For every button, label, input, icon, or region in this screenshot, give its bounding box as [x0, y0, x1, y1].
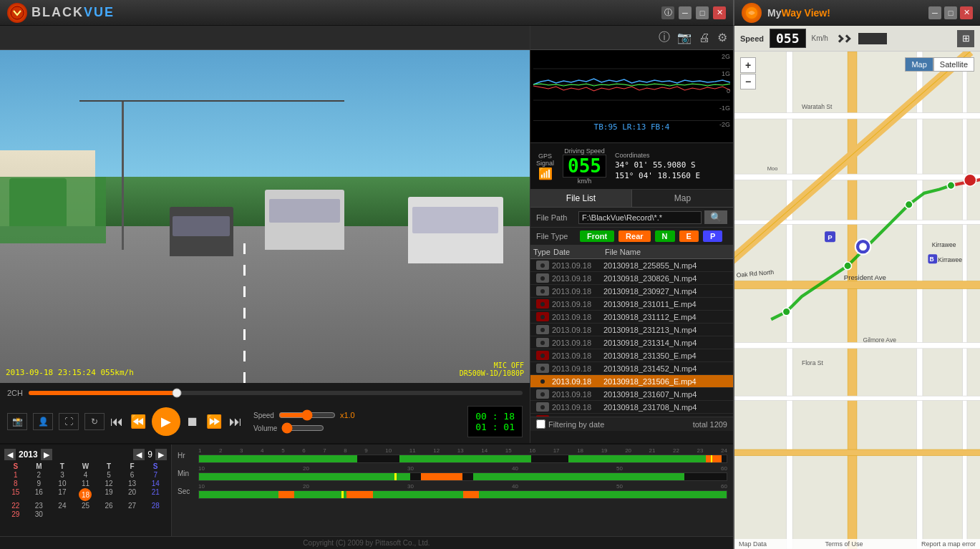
file-path-search-button[interactable]: 🔍: [704, 210, 727, 224]
filter-checkbox[interactable]: [536, 419, 545, 429]
video-wire: [79, 100, 344, 102]
file-row[interactable]: 2013.09.1820130918_230927_N.mp4: [530, 285, 733, 298]
speed-slider[interactable]: [278, 409, 336, 421]
cal-day-15[interactable]: 15: [4, 488, 27, 501]
file-row[interactable]: 2013.09.1820130918_231708_N.mp4: [530, 401, 733, 414]
cal-day-26[interactable]: 26: [97, 502, 120, 510]
cal-day-16[interactable]: 16: [28, 488, 51, 501]
camera-button[interactable]: 📷: [677, 31, 692, 44]
cal-day-18[interactable]: 18: [79, 488, 92, 501]
year-next-button[interactable]: ▶: [41, 449, 52, 460]
settings-button[interactable]: ⚙: [717, 31, 727, 44]
cal-day-13[interactable]: 13: [121, 480, 144, 487]
filter-front-button[interactable]: Front: [580, 230, 614, 242]
cal-day-19[interactable]: 19: [97, 488, 120, 501]
map-button[interactable]: Map: [905, 57, 933, 72]
file-path-input[interactable]: [578, 211, 702, 224]
cal-day-6[interactable]: 6: [121, 471, 144, 479]
year-prev-button[interactable]: ◀: [4, 449, 16, 460]
cal-day-25[interactable]: 25: [74, 502, 97, 510]
cal-day-11[interactable]: 11: [74, 480, 97, 487]
cal-day-30[interactable]: 30: [28, 510, 51, 518]
myway-minimize-button[interactable]: ─: [928, 6, 941, 19]
sec-track[interactable]: [198, 490, 727, 499]
file-row[interactable]: 2013.09.1820130918_231314_N.mp4: [530, 336, 733, 349]
rewind-button[interactable]: ⏪: [129, 412, 147, 431]
switch-camera-button[interactable]: 👤: [33, 413, 53, 430]
zoom-out-button[interactable]: −: [740, 74, 756, 89]
cal-day-24[interactable]: 24: [51, 502, 74, 510]
info-panel-button[interactable]: ⓘ: [659, 30, 670, 45]
file-row[interactable]: 2013.09.1820130918_231607_N.mp4: [530, 388, 733, 401]
file-row[interactable]: 2013.09.1820130918_231011_E.mp4: [530, 298, 733, 311]
filter-n-button[interactable]: N: [655, 230, 675, 242]
cal-day-21[interactable]: 21: [144, 488, 167, 501]
filter-rear-button[interactable]: Rear: [618, 230, 650, 242]
refresh-button[interactable]: ↻: [84, 413, 105, 430]
file-list-header: Type Date File Name: [530, 246, 733, 259]
print-button[interactable]: 🖨: [699, 31, 710, 44]
myway-maximize-button[interactable]: □: [944, 6, 957, 19]
maximize-button[interactable]: □: [696, 6, 709, 19]
info-button[interactable]: ⓘ: [661, 6, 674, 19]
cal-day-10[interactable]: 10: [51, 480, 74, 487]
month-prev-button[interactable]: ◀: [133, 449, 145, 460]
volume-slider[interactable]: [281, 422, 324, 434]
cal-day-9[interactable]: 9: [28, 480, 51, 487]
minimize-button[interactable]: ─: [679, 6, 692, 19]
cal-day-20[interactable]: 20: [121, 488, 144, 501]
stop-button[interactable]: ⏹: [185, 413, 200, 431]
month-next-button[interactable]: ▶: [155, 449, 167, 460]
cal-day-8[interactable]: 8: [4, 480, 27, 487]
gps-label: GPS: [538, 152, 552, 160]
cal-day-14[interactable]: 14: [144, 480, 167, 487]
cal-day-7[interactable]: 7: [144, 471, 167, 479]
svg-point-20: [844, 262, 852, 270]
file-row[interactable]: 2013.09.1820130918_231350_E.mp4: [530, 349, 733, 362]
file-row[interactable]: 2013.09.1820130918_225855_N.mp4: [530, 259, 733, 272]
satellite-button[interactable]: Satellite: [933, 57, 974, 72]
cal-day-5[interactable]: 5: [97, 471, 120, 479]
myway-align-button[interactable]: ⊞: [957, 30, 974, 47]
cal-day-17[interactable]: 17: [51, 488, 74, 501]
cal-day-22[interactable]: 22: [4, 502, 27, 510]
svg-rect-13: [734, 281, 980, 289]
file-name: 20130918_231607_N.mp4: [603, 390, 730, 399]
file-row[interactable]: 2013.09.1820130918_231506_E.mp4: [530, 375, 733, 388]
file-row[interactable]: 2013.09.1820130918_231112_E.mp4: [530, 311, 733, 324]
play-button[interactable]: ▶: [152, 407, 180, 436]
tab-file-list[interactable]: File List: [530, 190, 632, 207]
rewind-start-button[interactable]: ⏮: [109, 413, 125, 431]
file-row[interactable]: 2013.09.1820130918_230826_N.mp4: [530, 272, 733, 285]
file-row[interactable]: 2013.09.1820130918_231452_N.mp4: [530, 362, 733, 375]
filter-p-button[interactable]: P: [703, 230, 722, 242]
cal-day-2[interactable]: 2: [28, 471, 51, 479]
forward-end-button[interactable]: ⏭: [228, 413, 243, 431]
file-row[interactable]: 2013.09.1820130918_231213_N.mp4: [530, 324, 733, 336]
cal-day-23[interactable]: 23: [28, 502, 51, 510]
fullscreen-button[interactable]: ⛶: [59, 413, 79, 430]
zoom-in-button[interactable]: +: [740, 57, 756, 73]
cal-day-3[interactable]: 3: [51, 471, 74, 479]
min-track[interactable]: [198, 472, 727, 481]
cal-day-4[interactable]: 4: [74, 471, 97, 479]
cal-day-12[interactable]: 12: [97, 480, 120, 487]
map-container[interactable]: Waratah St Moo Oak Rd North President Av…: [734, 52, 980, 549]
close-button[interactable]: ✕: [713, 6, 726, 19]
tab-map[interactable]: Map: [632, 190, 733, 207]
filter-e-button[interactable]: E: [679, 230, 699, 242]
hr-timeline-container: 123456789101112131415161718192021222324: [198, 447, 727, 463]
forward-button[interactable]: ⏩: [205, 412, 223, 431]
cal-day-27[interactable]: 27: [121, 502, 144, 510]
sec-timeline-container: 102030405060: [198, 483, 727, 499]
cal-day-1[interactable]: 1: [4, 471, 27, 479]
video-vehicle-1: [170, 207, 233, 257]
myway-close-button[interactable]: ✕: [960, 6, 973, 19]
progress-thumb[interactable]: [173, 389, 182, 398]
screenshot-button[interactable]: 📸: [7, 413, 27, 430]
progress-track[interactable]: [29, 391, 523, 395]
cal-day-29[interactable]: 29: [4, 510, 27, 518]
video-pole: [122, 100, 124, 250]
hr-track[interactable]: [198, 455, 727, 463]
cal-day-28[interactable]: 28: [144, 502, 167, 510]
